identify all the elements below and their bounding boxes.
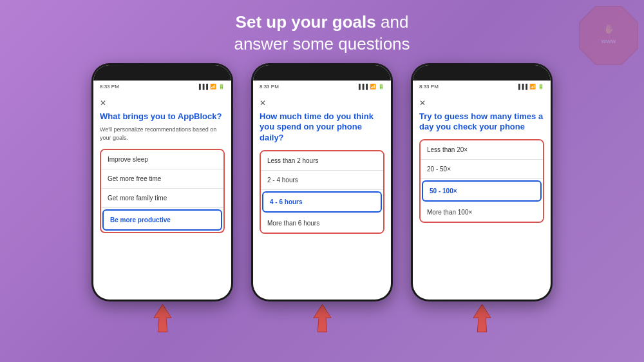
header-line2: answer some questions — [234, 34, 410, 53]
phone-1-signal: ▐▐▐ — [197, 84, 208, 90]
phone-1-option-2[interactable]: Get more free time — [101, 169, 223, 189]
phone-1-status-icons: ▐▐▐ 📶 🔋 — [197, 84, 225, 90]
phone-3-notch-shape — [462, 65, 501, 75]
phone-3-option-2[interactable]: 20 - 50× — [421, 160, 543, 179]
phone-3-inner: 8:33 PM ▐▐▐ 📶 🔋 ✕ Try to guess how many … — [413, 65, 551, 300]
phone-3-option-4[interactable]: More than 100× — [421, 203, 543, 222]
phone-3-close[interactable]: ✕ — [419, 99, 544, 108]
phone-3-option-1[interactable]: Less than 20× — [421, 140, 543, 160]
phone-1-option-1[interactable]: Improve sleep — [101, 150, 223, 169]
phone-2-option-2[interactable]: 2 - 4 hours — [261, 171, 383, 190]
phone-2-wrapper: 8:33 PM ▐▐▐ 📶 🔋 ✕ How much time do you t… — [251, 63, 393, 336]
phone-1-option-3[interactable]: Get more family time — [101, 189, 223, 208]
svg-text:✋: ✋ — [603, 24, 615, 35]
phone-1-arrow — [145, 301, 180, 336]
watermark: ✋ WWW — [576, 3, 641, 70]
svg-marker-4 — [313, 304, 330, 332]
phone-2-inner: 8:33 PM ▐▐▐ 📶 🔋 ✕ How much time do you t… — [253, 65, 391, 300]
phone-1-time: 8:33 PM — [100, 84, 119, 90]
phone-3-time: 8:33 PM — [419, 84, 439, 90]
phone-2-option-4[interactable]: More than 6 hours — [261, 214, 383, 233]
phone-2-options: Less than 2 hours 2 - 4 hours 4 - 6 hour… — [260, 150, 384, 234]
phone-3-wifi: 📶 — [529, 84, 536, 90]
phone-1: 8:33 PM ▐▐▐ 📶 🔋 ✕ What brings you to App… — [91, 63, 233, 301]
phone-3-arrow — [464, 301, 500, 336]
phone-2-close[interactable]: ✕ — [260, 99, 384, 108]
phone-3-wrapper: 8:33 PM ▐▐▐ 📶 🔋 ✕ Try to guess how many … — [411, 63, 553, 336]
phone-2-option-3[interactable]: 4 - 6 hours — [262, 191, 382, 213]
phone-1-inner: 8:33 PM ▐▐▐ 📶 🔋 ✕ What brings you to App… — [93, 65, 231, 300]
phone-3-content: ✕ Try to guess how many times a day you … — [413, 93, 551, 300]
phone-1-notch — [93, 65, 231, 81]
phone-1-subtitle: We'll personalize recommendations based … — [100, 126, 225, 142]
phone-1-options: Improve sleep Get more free time Get mor… — [100, 149, 225, 233]
phone-1-question: What brings you to AppBlock? — [100, 111, 225, 122]
phone-3-option-3[interactable]: 50 - 100× — [422, 180, 542, 202]
phone-3-options: Less than 20× 20 - 50× 50 - 100× More th… — [419, 139, 544, 223]
phone-1-notch-shape — [143, 65, 182, 75]
phone-2-question: How much time do you think you spend on … — [260, 111, 384, 144]
phone-3-battery: 🔋 — [538, 84, 544, 90]
phone-2-wifi: 📶 — [370, 84, 376, 90]
svg-marker-3 — [153, 304, 171, 332]
phone-2-arrow — [305, 301, 340, 336]
phone-1-option-4[interactable]: Be more productive — [102, 209, 222, 231]
phone-2-notch-shape — [303, 65, 341, 75]
phone-1-content: ✕ What brings you to AppBlock? We'll per… — [93, 93, 231, 300]
phone-3-question: Try to guess how many times a day you ch… — [419, 111, 544, 133]
phone-2-notch — [253, 65, 391, 81]
phone-2-option-1[interactable]: Less than 2 hours — [261, 151, 383, 171]
header-title: Set up your goals and answer some questi… — [0, 12, 644, 55]
phone-1-status-bar: 8:33 PM ▐▐▐ 📶 🔋 — [93, 81, 231, 93]
header-bold-text: Set up your goals — [236, 12, 376, 32]
phone-2-time: 8:33 PM — [260, 84, 279, 90]
svg-marker-0 — [580, 6, 638, 64]
phone-2-status-bar: 8:33 PM ▐▐▐ 📶 🔋 — [253, 81, 391, 93]
phone-2: 8:33 PM ▐▐▐ 📶 🔋 ✕ How much time do you t… — [251, 63, 393, 301]
phone-3-signal: ▐▐▐ — [516, 84, 527, 90]
phone-3-status-icons: ▐▐▐ 📶 🔋 — [516, 84, 544, 90]
phone-3: 8:33 PM ▐▐▐ 📶 🔋 ✕ Try to guess how many … — [411, 63, 553, 301]
phone-1-battery: 🔋 — [218, 84, 225, 90]
phone-2-battery: 🔋 — [378, 84, 384, 90]
phone-1-wifi: 📶 — [210, 84, 216, 90]
phone-1-close[interactable]: ✕ — [100, 99, 225, 108]
phone-2-status-icons: ▐▐▐ 📶 🔋 — [357, 84, 384, 90]
header-section: Set up your goals and answer some questi… — [0, 0, 644, 63]
svg-marker-5 — [473, 304, 490, 332]
phones-container: 8:33 PM ▐▐▐ 📶 🔋 ✕ What brings you to App… — [0, 63, 644, 336]
header-normal-text: and — [376, 12, 409, 32]
phone-2-content: ✕ How much time do you think you spend o… — [253, 93, 391, 300]
phone-3-notch — [413, 65, 551, 81]
svg-text:WWW: WWW — [601, 39, 616, 44]
phone-1-wrapper: 8:33 PM ▐▐▐ 📶 🔋 ✕ What brings you to App… — [91, 63, 233, 336]
phone-3-status-bar: 8:33 PM ▐▐▐ 📶 🔋 — [413, 81, 551, 93]
phone-2-signal: ▐▐▐ — [357, 84, 368, 90]
